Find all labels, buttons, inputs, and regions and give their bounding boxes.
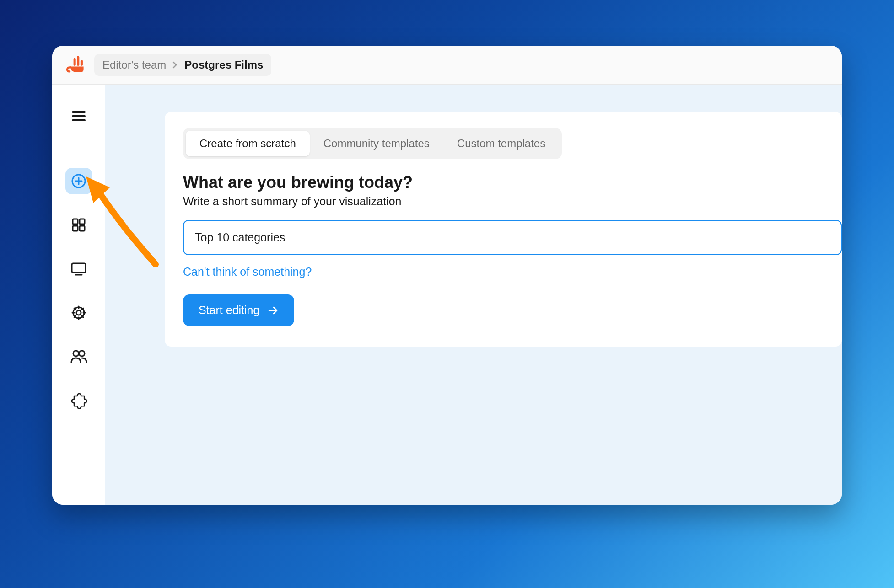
menu-button[interactable] (65, 103, 92, 129)
summary-input-wrap (183, 220, 842, 255)
svg-point-18 (79, 351, 85, 356)
summary-input[interactable] (195, 231, 830, 244)
tabs: Create from scratch Community templates … (183, 128, 562, 159)
body: Create from scratch Community templates … (52, 85, 842, 505)
breadcrumb-current[interactable]: Postgres Films (184, 59, 263, 71)
main-content: Create from scratch Community templates … (105, 85, 842, 505)
app-logo-icon (65, 55, 85, 75)
arrow-right-icon (268, 305, 279, 316)
svg-rect-0 (74, 58, 76, 66)
plus-circle-icon (70, 173, 87, 189)
svg-rect-11 (73, 226, 78, 231)
team-button[interactable] (65, 343, 92, 370)
breadcrumb: Editor's team Postgres Films (94, 54, 271, 76)
chevron-right-icon (172, 59, 178, 71)
svg-point-17 (73, 351, 79, 356)
add-button[interactable] (65, 168, 92, 194)
start-editing-button[interactable]: Start editing (183, 294, 294, 326)
monitor-icon (70, 260, 88, 278)
prompt-heading: What are you brewing today? (183, 173, 842, 192)
dashboard-button[interactable] (65, 212, 92, 238)
svg-point-15 (76, 310, 81, 315)
svg-rect-1 (77, 56, 79, 66)
prompt-subheading: Write a short summary of your visualizat… (183, 195, 842, 208)
svg-point-16 (73, 307, 84, 318)
start-editing-label: Start editing (199, 304, 259, 317)
tab-community-templates[interactable]: Community templates (310, 131, 443, 156)
create-card: Create from scratch Community templates … (165, 112, 842, 347)
svg-rect-13 (72, 263, 86, 273)
gear-icon (70, 304, 88, 322)
svg-rect-2 (81, 60, 83, 66)
people-icon (69, 347, 88, 366)
svg-rect-9 (73, 219, 78, 224)
app-window: Editor's team Postgres Films (52, 46, 842, 505)
tab-custom-templates[interactable]: Custom templates (443, 131, 559, 156)
settings-button[interactable] (65, 299, 92, 326)
svg-rect-10 (80, 219, 85, 224)
integrations-button[interactable] (65, 387, 92, 414)
menu-icon (70, 107, 87, 125)
hint-link[interactable]: Can't think of something? (183, 265, 312, 278)
grid-icon (70, 216, 87, 234)
svg-rect-12 (80, 226, 85, 231)
tab-create-scratch[interactable]: Create from scratch (186, 131, 310, 156)
monitor-button[interactable] (65, 256, 92, 282)
breadcrumb-team[interactable]: Editor's team (102, 59, 166, 71)
sidebar (52, 85, 105, 505)
header: Editor's team Postgres Films (52, 46, 842, 85)
puzzle-icon (69, 391, 88, 410)
